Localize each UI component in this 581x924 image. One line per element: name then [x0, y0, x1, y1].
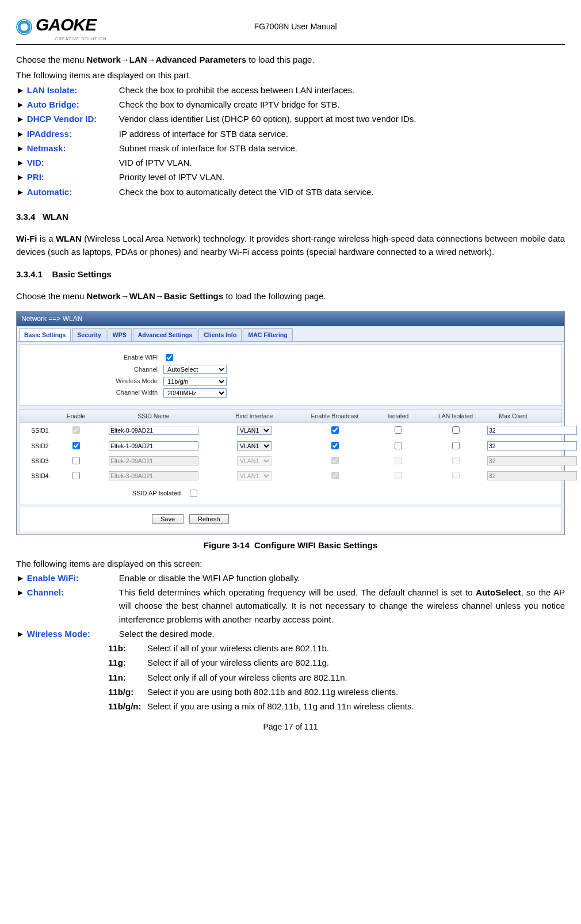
checkbox-broadcast[interactable]	[331, 472, 339, 479]
col-header: Enable	[56, 411, 96, 421]
mode-desc: Select only if all of your wireless clie…	[147, 671, 347, 684]
section-heading: 3.3.4 WLAN	[16, 210, 565, 223]
select-bind-interface[interactable]: VLAN1	[237, 426, 272, 435]
param-desc: Priority level of IPTV VLAN.	[119, 170, 224, 184]
arrow-icon: ►	[16, 156, 25, 169]
checkbox-enable-wifi[interactable]	[166, 354, 173, 361]
page-footer: Page 17 of 111	[16, 721, 565, 734]
checkbox-lan-isolated[interactable]	[452, 426, 460, 434]
tab-bar: Basic SettingsSecurityWPSAdvanced Settin…	[17, 326, 564, 342]
input-max-client[interactable]	[487, 441, 577, 450]
arrow-icon: ►	[16, 127, 25, 140]
arrow-icon: ►	[16, 98, 25, 111]
text: to load the following page.	[223, 291, 326, 301]
window-titlebar: Network ==> WLAN	[17, 312, 564, 326]
param-row: ►LAN Isolate:Check the box to prohibit t…	[16, 83, 565, 97]
tab-security[interactable]: Security	[72, 328, 106, 341]
param-label: VID:	[27, 156, 119, 169]
tab-clients-info[interactable]: Clients Info	[198, 328, 242, 341]
select-channel-width[interactable]: 20/40MHz	[163, 388, 227, 398]
grid-header: EnableSSID NameBind InterfaceEnable Broa…	[20, 410, 561, 423]
text: Choose the menu	[16, 55, 87, 64]
select-channel[interactable]: AutoSelect	[163, 365, 227, 374]
checkbox-lan-isolated[interactable]	[452, 457, 460, 464]
checkbox-broadcast[interactable]	[331, 442, 339, 449]
figure-caption: Figure 3-14 Configure WIFI Basic Setting…	[16, 539, 565, 552]
param-label: Netmask:	[27, 142, 119, 155]
param-desc: Select the desired mode.	[119, 627, 215, 640]
param-desc: Vendor class identifier List (DHCP 60 op…	[119, 112, 416, 125]
checkbox-isolated[interactable]	[395, 426, 402, 434]
checkbox-ap-isolated[interactable]	[190, 490, 197, 497]
arrow-icon: ►	[16, 170, 25, 184]
ssid-grid: EnableSSID NameBind InterfaceEnable Broa…	[19, 409, 562, 505]
param-row: ►Enable WiFi:Enable or disable the WIFI …	[16, 571, 565, 585]
intro-block: Choose the menu Network→LAN→Advanced Par…	[16, 53, 565, 82]
param-row: ►Wireless Mode:Select the desired mode.	[16, 627, 565, 640]
param-desc: Enable or disable the WIFI AP function g…	[119, 571, 300, 585]
select-wireless-mode[interactable]: 11b/g/n	[163, 377, 227, 386]
param-row: ►VID:VID of IPTV VLAN.	[16, 156, 565, 169]
checkbox-broadcast[interactable]	[331, 426, 339, 434]
checkbox-lan-isolated[interactable]	[452, 442, 460, 449]
checkbox-lan-isolated[interactable]	[452, 472, 460, 479]
param-row: ►PRI:Priority level of IPTV VLAN.	[16, 170, 565, 184]
param-desc: Check the box to prohibit the access bet…	[119, 83, 354, 97]
param-row: ►Auto Bridge:Check the box to dynamicall…	[16, 98, 565, 111]
logo-text: GAOKE	[36, 12, 106, 39]
arrow-icon: ►	[16, 83, 25, 97]
mode-row: 11n:Select only if all of your wireless …	[108, 671, 565, 684]
tab-wps[interactable]: WPS	[108, 328, 132, 341]
select-bind-interface[interactable]: VLAN1	[237, 471, 272, 480]
input-ssid-name[interactable]	[109, 426, 198, 435]
param-list: ►LAN Isolate:Check the box to prohibit t…	[16, 83, 565, 198]
checkbox-isolated[interactable]	[395, 442, 402, 449]
tab-advanced-settings[interactable]: Advanced Settings	[133, 328, 198, 341]
input-max-client[interactable]	[487, 426, 577, 435]
text: is a	[37, 234, 56, 243]
section-title: WLAN	[43, 212, 68, 222]
mode-row: 11b/g/n:Select if you are using a mix of…	[108, 700, 565, 713]
col-header: LAN Isolated	[424, 411, 487, 421]
mode-row: 11b:Select if all of your wireless clien…	[108, 642, 565, 655]
checkbox-isolated[interactable]	[395, 472, 402, 479]
checkbox-broadcast[interactable]	[331, 457, 339, 464]
ssid-id: SSID1	[24, 426, 56, 435]
row-ap-isolated: SSID AP Isolated	[20, 483, 561, 499]
mode-row: 11b/g:Select if you are using both 802.1…	[108, 685, 565, 698]
checkbox-enable-ssid[interactable]	[72, 457, 80, 464]
tab-basic-settings[interactable]: Basic Settings	[19, 328, 71, 341]
row-wireless-mode: Wireless Mode 11b/g/n	[31, 376, 550, 386]
arrow-icon: ►	[16, 112, 25, 125]
checkbox-enable-ssid[interactable]	[72, 426, 80, 434]
checkbox-isolated[interactable]	[395, 457, 402, 464]
checkbox-enable-ssid[interactable]	[72, 442, 80, 449]
mode-key: 11b/g/n:	[108, 700, 147, 713]
text: to load this page.	[246, 55, 314, 64]
checkbox-enable-ssid[interactable]	[72, 472, 80, 479]
input-max-client[interactable]	[487, 456, 577, 465]
arrow-icon: ►	[16, 142, 25, 155]
input-ssid-name[interactable]	[109, 441, 198, 450]
label-wireless-mode: Wireless Mode	[31, 376, 163, 386]
label-enable-wifi: Enable WiFi	[31, 353, 163, 362]
input-ssid-name[interactable]	[109, 456, 198, 465]
select-bind-interface[interactable]: VLAN1	[237, 456, 272, 465]
label-channel-width: Channel Width	[31, 388, 163, 398]
param-desc: IP address of interface for STB data ser…	[119, 127, 288, 140]
input-ssid-name[interactable]	[109, 471, 198, 480]
save-button[interactable]: Save	[152, 514, 184, 524]
col-header: Max Client	[487, 411, 539, 421]
ssid-row: SSID2 VLAN1	[20, 438, 561, 453]
refresh-button[interactable]: Refresh	[189, 514, 229, 524]
param-label: Wireless Mode:	[27, 627, 119, 640]
col-header: SSID Name	[96, 411, 211, 421]
param-desc: Check the box to dynamically create IPTV…	[119, 98, 340, 111]
mode-key: 11g:	[108, 656, 147, 669]
arrow-icon: ►	[16, 627, 25, 640]
mode-key: 11b:	[108, 642, 147, 655]
input-max-client[interactable]	[487, 471, 577, 480]
tab-mac-filtering[interactable]: MAC Filtering	[243, 328, 292, 341]
select-bind-interface[interactable]: VLAN1	[237, 441, 272, 450]
mode-key: 11n:	[108, 671, 147, 684]
